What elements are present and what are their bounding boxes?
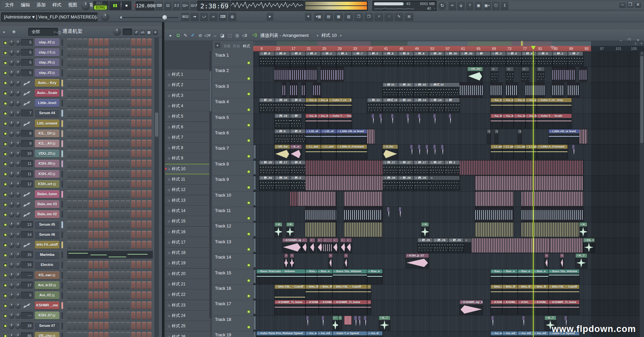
clip[interactable]	[306, 222, 336, 237]
step-cell[interactable]	[72, 312, 77, 319]
step-cell[interactable]	[126, 190, 130, 198]
step-cell[interactable]	[110, 39, 114, 46]
clip[interactable]: Li..ant	[526, 145, 537, 159]
clip[interactable]	[367, 129, 375, 144]
clip[interactable]: Au..ey	[317, 98, 329, 113]
step-cell[interactable]	[131, 79, 136, 87]
pattern-item-7[interactable]: ヨ样式 7	[165, 133, 210, 142]
step-cell[interactable]	[67, 109, 71, 117]
step-cell[interactable]	[94, 89, 98, 97]
track-options[interactable]: ···	[215, 233, 220, 237]
channel-pan-knob[interactable]	[9, 222, 14, 227]
channel-pan-knob[interactable]	[9, 151, 14, 156]
step-cell[interactable]	[89, 200, 93, 208]
step-cell[interactable]	[99, 271, 103, 279]
channel-led[interactable]	[3, 324, 7, 328]
minimize-button[interactable]: –	[619, 2, 626, 8]
clip[interactable]	[491, 316, 494, 326]
picker-button[interactable]: ▾▦	[314, 12, 323, 20]
clip[interactable]	[387, 207, 390, 217]
close-icon[interactable]: ✕	[153, 29, 158, 35]
clip[interactable]: 样..29	[418, 238, 433, 253]
track-header[interactable]: Track 18···	[212, 316, 253, 331]
step-cell[interactable]	[83, 140, 88, 147]
step-cell[interactable]	[83, 49, 88, 56]
channel-led[interactable]	[3, 122, 7, 126]
channel-volume-knob[interactable]	[15, 81, 20, 86]
step-cell[interactable]	[110, 291, 114, 299]
step-cell[interactable]	[99, 332, 103, 337]
step-cell[interactable]	[137, 291, 141, 299]
clip[interactable]	[338, 316, 342, 330]
step-cell[interactable]	[131, 49, 136, 56]
pattern-item-20[interactable]: ヨ样式 20	[165, 269, 210, 279]
track-options[interactable]: ···	[215, 202, 220, 205]
channel-pan-knob[interactable]	[9, 101, 14, 106]
channel-volume-knob[interactable]	[15, 243, 20, 248]
step-cell[interactable]	[120, 49, 125, 56]
step-cell[interactable]	[104, 312, 109, 319]
clip[interactable]: Auto-T.. – Scale	[329, 114, 352, 128]
step-cell[interactable]	[126, 140, 130, 147]
clip[interactable]: Auto-T.. - Scale	[537, 114, 572, 128]
step-cell[interactable]	[126, 160, 130, 167]
channel-pan-knob[interactable]	[9, 172, 14, 177]
clip[interactable]: 样..30	[444, 52, 460, 66]
wait-input-icon[interactable]: 3:2	[173, 1, 180, 10]
channel-led[interactable]	[3, 112, 7, 115]
step-cell[interactable]	[78, 89, 82, 97]
track-name[interactable]: Track 16	[215, 286, 231, 291]
clip[interactable]: 样..4	[522, 52, 537, 66]
clip[interactable]: K..n	[290, 145, 302, 159]
clip[interactable]: kHs..ff	[518, 285, 533, 299]
track-name[interactable]: Track 6	[215, 131, 229, 135]
channel-select-strip[interactable]	[61, 221, 63, 228]
channel-select-strip[interactable]	[61, 49, 63, 56]
clip[interactable]	[491, 67, 498, 81]
channel-volume-knob[interactable]	[15, 313, 20, 318]
undo-icon[interactable]: ↺	[133, 29, 139, 35]
tab-automation[interactable]: 自动	[233, 44, 240, 49]
step-cell[interactable]	[104, 281, 109, 289]
channel-led[interactable]	[3, 183, 7, 186]
clip[interactable]: 样..3	[491, 52, 506, 66]
channel-name-button[interactable]: Little..level	[35, 99, 59, 107]
channel-mixer-target[interactable]: 18	[21, 322, 33, 329]
track-options[interactable]: ···	[215, 171, 220, 174]
step-cell[interactable]	[110, 99, 114, 107]
channel-select-strip[interactable]	[61, 181, 63, 188]
channel-volume-knob[interactable]	[15, 212, 20, 217]
autosave-icon[interactable]: ↻	[438, 1, 446, 10]
step-cell[interactable]	[110, 69, 114, 77]
track-led[interactable]	[247, 61, 251, 65]
clip[interactable]	[545, 254, 548, 268]
clip[interactable]: Auto-T..ro – Key	[329, 98, 352, 113]
track-header[interactable]: Track 5···	[212, 114, 253, 129]
clip[interactable]	[460, 83, 483, 97]
maximize-button[interactable]: ❐	[627, 2, 634, 7]
pattern-item-11[interactable]: ヨ样式 11	[165, 175, 210, 184]
step-cell[interactable]	[137, 221, 141, 228]
clip[interactable]: kHs Filt.. – Cutoff	[549, 285, 579, 299]
clip[interactable]	[522, 67, 529, 81]
clip[interactable]	[344, 316, 352, 325]
clip[interactable]: 样..5	[506, 52, 521, 66]
step-cell[interactable]	[83, 322, 88, 330]
channel-pan-knob[interactable]	[9, 202, 14, 207]
track-color-tab[interactable]	[254, 161, 256, 174]
channel-name-button[interactable]: KS..ean	[35, 271, 59, 279]
clip[interactable]	[390, 114, 394, 124]
channel-volume-knob[interactable]	[15, 161, 20, 166]
step-cell[interactable]	[131, 271, 136, 279]
step-cell[interactable]	[131, 281, 136, 289]
channel-pan-knob[interactable]	[9, 111, 14, 116]
channel-mixer-target[interactable]: 11	[21, 171, 33, 178]
tab-audio[interactable]: 音频	[223, 44, 230, 49]
channel-volume-knob[interactable]	[15, 334, 20, 337]
clip[interactable]	[522, 192, 583, 206]
clip[interactable]: Bas..e	[491, 269, 502, 284]
clip[interactable]: Au..ey	[491, 98, 502, 113]
clip[interactable]	[475, 207, 514, 221]
clip[interactable]	[506, 67, 514, 81]
step-cell[interactable]	[94, 190, 98, 198]
